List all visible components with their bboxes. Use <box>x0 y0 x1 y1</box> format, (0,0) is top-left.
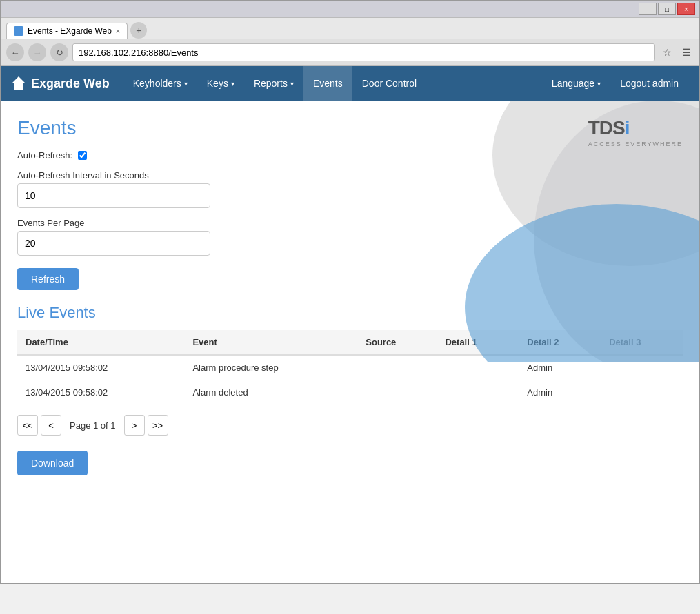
page-content: TDSi ACCESS EVERYWHERE Events Auto-Refre… <box>1 101 699 583</box>
nav-reports[interactable]: Reports ▾ <box>244 66 303 101</box>
chevron-down-icon: ▾ <box>184 80 188 88</box>
navbar-brand[interactable]: Exgarde Web <box>12 76 110 91</box>
minimize-button[interactable]: — <box>639 3 657 15</box>
cell-detail3 <box>601 355 683 380</box>
navbar: Exgarde Web Keyholders ▾ Keys ▾ Reports … <box>1 66 699 101</box>
cell-datetime: 13/04/2015 09:58:02 <box>17 355 184 380</box>
new-tab-button[interactable]: + <box>130 22 147 39</box>
nav-right: Language ▾ Logout admin <box>542 66 688 101</box>
nav-events[interactable]: Events <box>303 66 352 101</box>
page-info: Page 1 of 1 <box>64 420 121 431</box>
tdsi-logo: TDSi ACCESS EVERYWHERE <box>588 117 683 147</box>
next-page-button[interactable]: > <box>124 415 145 436</box>
auto-refresh-interval-group: Auto-Refresh Interval in Seconds <box>17 170 683 208</box>
menu-icon[interactable]: ☰ <box>679 45 694 60</box>
chevron-down-icon: ▾ <box>290 80 294 88</box>
col-detail1: Detail 1 <box>437 330 519 355</box>
table-row: 13/04/2015 09:58:02Alarm procedure stepA… <box>17 355 683 380</box>
events-table: Date/Time Event Source Detail 1 Detail 2… <box>17 330 683 405</box>
nav-items: Keyholders ▾ Keys ▾ Reports ▾ Events Doo… <box>123 66 542 101</box>
cell-event: Alarm procedure step <box>184 355 357 380</box>
auto-refresh-checkbox[interactable] <box>78 151 87 160</box>
close-window-button[interactable]: × <box>677 3 695 15</box>
events-per-page-group: Events Per Page <box>17 218 683 256</box>
chevron-down-icon: ▾ <box>597 80 601 88</box>
tab-close-icon[interactable]: × <box>116 27 120 35</box>
bookmark-icon[interactable]: ☆ <box>659 45 674 60</box>
back-button[interactable]: ← <box>6 43 24 61</box>
col-event: Event <box>184 330 357 355</box>
table-header-row: Date/Time Event Source Detail 1 Detail 2… <box>17 330 683 355</box>
maximize-button[interactable]: □ <box>658 3 676 15</box>
auto-refresh-row: Auto-Refresh: <box>17 150 683 161</box>
cell-detail2: Admin <box>519 380 601 405</box>
table-row: 13/04/2015 09:58:02Alarm deletedAdmin <box>17 380 683 405</box>
home-icon <box>12 76 26 90</box>
tab-title: Events - EXgarde Web <box>28 26 112 36</box>
live-events-title: Live Events <box>17 304 683 322</box>
nav-keyholders[interactable]: Keyholders ▾ <box>123 66 197 101</box>
auto-refresh-interval-input[interactable] <box>17 183 210 208</box>
brand-label: Exgarde Web <box>31 76 110 91</box>
col-source: Source <box>357 330 437 355</box>
browser-tab[interactable]: Events - EXgarde Web × <box>6 23 128 39</box>
events-per-page-input[interactable] <box>17 231 210 256</box>
cell-source <box>357 380 437 405</box>
download-button[interactable]: Download <box>17 451 88 475</box>
prev-page-button[interactable]: < <box>41 415 61 436</box>
nav-door-control[interactable]: Door Control <box>352 66 426 101</box>
cell-detail3 <box>601 380 683 405</box>
cell-detail2: Admin <box>519 355 601 380</box>
last-page-button[interactable]: >> <box>148 415 168 436</box>
browser-controls: ← → ↻ ☆ ☰ <box>1 39 699 66</box>
nav-keys[interactable]: Keys ▾ <box>197 66 244 101</box>
window-controls: — □ × <box>639 3 695 15</box>
page-title: Events <box>17 117 683 139</box>
auto-refresh-interval-label: Auto-Refresh Interval in Seconds <box>17 170 683 181</box>
forward-button[interactable]: → <box>28 43 46 61</box>
reload-button[interactable]: ↻ <box>50 43 68 61</box>
cell-event: Alarm deleted <box>184 380 357 405</box>
window-top-bar: — □ × <box>1 1 699 18</box>
pagination: << < Page 1 of 1 > >> <box>17 415 683 436</box>
browser-titlebar: Events - EXgarde Web × + <box>1 18 699 39</box>
nav-logout[interactable]: Logout admin <box>610 66 688 101</box>
cell-source <box>357 355 437 380</box>
col-datetime: Date/Time <box>17 330 184 355</box>
cell-detail1 <box>437 380 519 405</box>
auto-refresh-label: Auto-Refresh: <box>17 150 72 161</box>
col-detail3: Detail 3 <box>601 330 683 355</box>
address-bar[interactable] <box>72 43 655 61</box>
col-detail2: Detail 2 <box>519 330 601 355</box>
tdsi-tagline: ACCESS EVERYWHERE <box>588 141 683 147</box>
refresh-button[interactable]: Refresh <box>17 268 79 290</box>
cell-detail1 <box>437 355 519 380</box>
nav-language[interactable]: Language ▾ <box>542 66 610 101</box>
events-per-page-label: Events Per Page <box>17 218 683 228</box>
first-page-button[interactable]: << <box>17 415 38 436</box>
tab-favicon <box>14 26 23 36</box>
chevron-down-icon: ▾ <box>231 80 234 88</box>
cell-datetime: 13/04/2015 09:58:02 <box>17 380 184 405</box>
